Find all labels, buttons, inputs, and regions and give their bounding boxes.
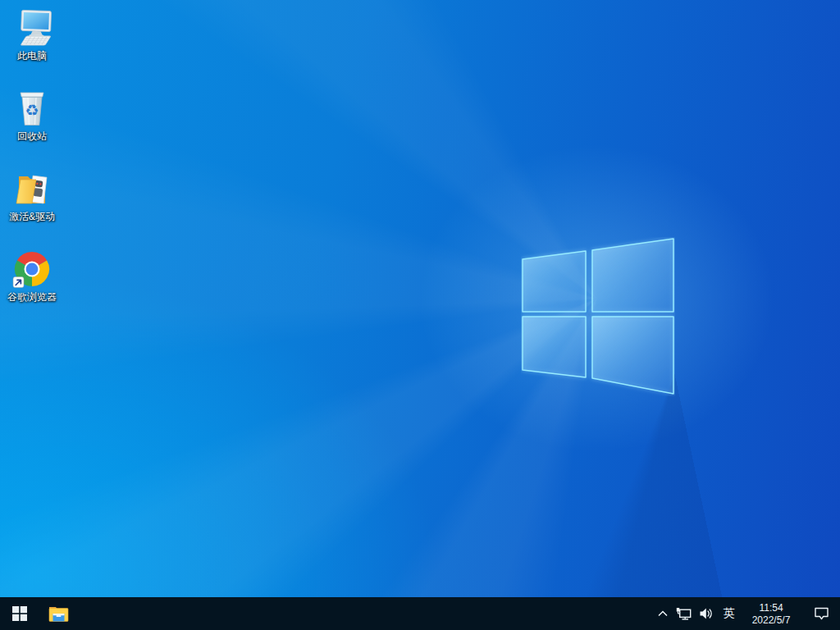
this-pc-icon: [12, 8, 52, 48]
file-explorer-icon: [48, 605, 69, 623]
desktop-icon-label: 回收站: [0, 130, 64, 142]
volume-button[interactable]: [695, 597, 718, 630]
chrome-icon: [12, 249, 52, 289]
action-center-icon: [814, 607, 829, 621]
network-ethernet-icon: [676, 607, 692, 621]
desktop-icon-label: 激活&驱动: [0, 211, 64, 222]
taskbar: 英 11:54 2022/5/7: [0, 597, 840, 630]
clock-date: 2022/5/7: [752, 614, 791, 627]
clock-time: 11:54: [752, 602, 791, 614]
ime-language-indicator[interactable]: 英: [718, 597, 740, 630]
taskbar-clock[interactable]: 11:54 2022/5/7: [740, 597, 802, 630]
show-hidden-icons-button[interactable]: [653, 597, 673, 630]
desktop-icon-chrome[interactable]: 谷歌浏览器: [0, 249, 64, 303]
action-center-button[interactable]: [802, 597, 840, 630]
taskbar-file-explorer-button[interactable]: [39, 597, 77, 630]
svg-text:♻: ♻: [25, 101, 39, 119]
desktop-icon-label: 谷歌浏览器: [0, 291, 64, 303]
desktop-icon-this-pc[interactable]: 此电脑: [0, 8, 64, 62]
chevron-up-icon: [657, 609, 669, 619]
windows-logo-wallpaper: [521, 237, 675, 396]
desktop-icon-label: 此电脑: [0, 50, 64, 62]
start-button[interactable]: [0, 597, 39, 630]
windows-start-icon: [12, 606, 27, 621]
desktop-icon-recycle-bin[interactable]: ♻ 回收站: [0, 89, 64, 142]
activation-driver-folder-icon: [12, 169, 52, 208]
shortcut-arrow-badge: [13, 277, 24, 288]
desktop-icon-activation-driver[interactable]: 激活&驱动: [0, 169, 64, 222]
network-status-button[interactable]: [673, 597, 695, 630]
desktop-wallpaper: 此电脑 ♻ 回收站: [0, 0, 840, 597]
speaker-icon: [699, 607, 714, 620]
recycle-bin-icon: ♻: [12, 89, 52, 128]
system-tray: 英 11:54 2022/5/7: [653, 597, 840, 630]
